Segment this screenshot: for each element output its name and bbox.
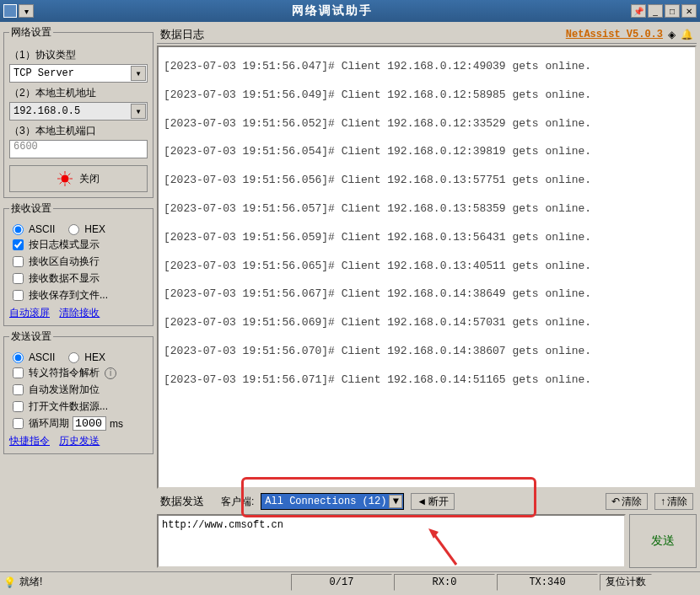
client-combo[interactable]: All Connections (12) ▼	[261, 493, 404, 510]
client-label: 客户端:	[221, 495, 254, 509]
ready-icon: 💡	[3, 576, 16, 588]
port-label: （3）本地主机端口	[9, 124, 148, 138]
host-combo[interactable]: 192.168.0.5 ▾	[9, 102, 148, 121]
send-header: 数据发送 客户端: All Connections (12) ▼ ◄ 断开 ↶清…	[157, 490, 697, 512]
send-settings-legend: 发送设置	[9, 330, 53, 344]
svg-line-6	[68, 182, 71, 185]
log-line: [2023-07-03 19:51:56.054]# Client 192.16…	[164, 137, 690, 166]
log-textarea[interactable]: [2023-07-03 19:51:56.047]# Client 192.16…	[157, 46, 697, 489]
log-line: [2023-07-03 19:51:56.070]# Client 192.16…	[164, 337, 690, 366]
send-title: 数据发送	[160, 494, 204, 509]
version-link[interactable]: NetAssist V5.0.3	[566, 29, 663, 40]
diamond-icon[interactable]: ◈	[668, 29, 676, 40]
send-ascii-radio[interactable]	[13, 352, 24, 363]
up-icon: ↑	[660, 496, 665, 507]
log-line: [2023-07-03 19:51:56.047]# Client 192.16…	[164, 52, 690, 81]
log-line: [2023-07-03 19:51:56.049]# Client 192.16…	[164, 81, 690, 110]
svg-line-8	[68, 174, 71, 176]
send-button[interactable]: 发送	[629, 514, 697, 568]
recv-settings-legend: 接收设置	[9, 201, 53, 216]
history-link[interactable]: 历史发送	[59, 435, 100, 447]
send-settings-group: 发送设置 ASCII HEX 转义符指令解析i 自动发送附加位 打开文件数据源.…	[3, 330, 153, 454]
log-title: 数据日志	[160, 27, 204, 42]
clear-button-1[interactable]: ↶清除	[606, 493, 648, 510]
chevron-down-icon: ▾	[131, 104, 146, 119]
log-line: [2023-07-03 19:51:56.067]# Client 192.16…	[164, 280, 690, 308]
maximize-button[interactable]: □	[665, 4, 680, 18]
log-line: [2023-07-03 19:51:56.056]# Client 192.16…	[164, 166, 690, 195]
clear-button-2[interactable]: ↑清除	[654, 493, 693, 510]
recv-ascii-radio[interactable]	[13, 224, 24, 235]
chevron-down-icon: ▾	[131, 66, 146, 81]
protocol-label: （1）协议类型	[9, 48, 148, 62]
disconnect-button[interactable]: ◄ 断开	[411, 493, 455, 510]
save-file-check[interactable]	[13, 290, 24, 301]
log-line: [2023-07-03 19:51:56.069]# Client 192.16…	[164, 308, 690, 337]
status-ready-text: 就绪!	[19, 575, 42, 589]
log-mode-check[interactable]	[13, 239, 24, 250]
svg-line-7	[60, 182, 62, 185]
svg-line-9	[433, 533, 456, 565]
open-file-check[interactable]	[13, 401, 24, 412]
auto-wrap-check[interactable]	[13, 256, 24, 267]
app-icon	[3, 4, 17, 18]
minimize-button[interactable]: _	[648, 4, 663, 18]
recv-settings-group: 接收设置 ASCII HEX 按日志模式显示 接收区自动换行 接收数据不显示 接…	[3, 201, 153, 326]
cycle-input[interactable]	[73, 416, 106, 431]
window-title: 网络调试助手	[34, 3, 631, 19]
send-input[interactable]: http://www.cmsoft.cn	[157, 514, 626, 568]
log-line: [2023-07-03 19:51:56.071]# Client 192.16…	[164, 366, 690, 394]
arrow-left-icon: ◄	[417, 496, 427, 507]
status-rx: RX:0	[394, 574, 495, 591]
hide-recv-check[interactable]	[13, 273, 24, 284]
svg-point-0	[62, 175, 69, 183]
close-connection-button[interactable]: 关闭	[9, 165, 148, 192]
titlebar: ▾ 网络调试助手 📌 _ □ ✕	[0, 0, 700, 22]
clear-recv-link[interactable]: 清除接收	[59, 307, 100, 319]
network-settings-group: 网络设置 （1）协议类型 TCP Server ▾ （2）本地主机地址 192.…	[3, 25, 153, 198]
network-settings-legend: 网络设置	[9, 25, 53, 40]
status-tx: TX:340	[497, 574, 598, 591]
cycle-check[interactable]	[13, 418, 24, 429]
annotation-arrow-icon	[427, 527, 460, 569]
log-line: [2023-07-03 19:51:56.065]# Client 192.16…	[164, 252, 690, 281]
connection-active-icon	[57, 171, 73, 186]
status-counter: 0/17	[291, 574, 392, 591]
auto-scroll-link[interactable]: 自动滚屏	[9, 307, 50, 319]
log-header: 数据日志 NetAssist V5.0.3 ◈ 🔔	[157, 25, 697, 44]
recv-hex-radio[interactable]	[68, 224, 79, 235]
svg-line-5	[60, 174, 62, 176]
host-label: （2）本地主机地址	[9, 86, 148, 100]
bell-icon[interactable]: 🔔	[681, 29, 693, 40]
statusbar: 💡 就绪! 0/17 RX:0 TX:340 复位计数	[0, 571, 700, 592]
info-icon[interactable]: i	[105, 367, 116, 379]
protocol-combo[interactable]: TCP Server ▾	[9, 64, 148, 83]
quick-cmd-link[interactable]: 快捷指令	[9, 435, 50, 447]
send-hex-radio[interactable]	[68, 352, 79, 363]
log-line: [2023-07-03 19:51:56.059]# Client 192.16…	[164, 223, 690, 252]
log-line: [2023-07-03 19:51:56.052]# Client 192.16…	[164, 110, 690, 138]
reset-counter-button[interactable]: 复位计数	[600, 574, 652, 591]
log-line: [2023-07-03 19:51:56.057]# Client 192.16…	[164, 195, 690, 223]
undo-icon: ↶	[611, 496, 620, 507]
escape-check[interactable]	[13, 367, 24, 378]
chevron-down-icon: ▼	[389, 495, 402, 508]
pin-icon[interactable]: 📌	[631, 4, 646, 18]
auto-append-check[interactable]	[13, 384, 24, 395]
menu-icon[interactable]: ▾	[19, 4, 34, 18]
close-window-button[interactable]: ✕	[681, 4, 697, 18]
port-input[interactable]: 6600	[9, 140, 148, 158]
